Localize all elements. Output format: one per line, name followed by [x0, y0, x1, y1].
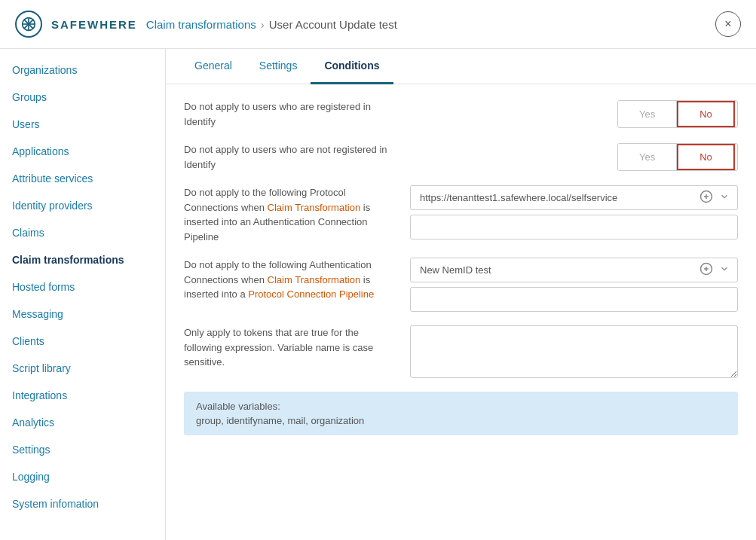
textarea-container-5: [410, 325, 738, 378]
condition-label-1: Do not apply to users who are registered…: [184, 99, 395, 129]
yes-no-1: Yes No: [617, 100, 738, 128]
dropdown-row-4[interactable]: New NemID test: [410, 258, 738, 282]
no-button-2[interactable]: No: [677, 144, 735, 170]
dropdown-container-3: https://tenanttest1.safewhere.local/self…: [410, 185, 738, 239]
dropdown-value-3: https://tenanttest1.safewhere.local/self…: [411, 186, 696, 209]
condition-row-2: Do not apply to users who are not regist…: [184, 142, 738, 172]
yes-button-2[interactable]: Yes: [618, 144, 677, 170]
logo-icon: [15, 11, 42, 38]
available-variables-label: Available variables:: [196, 401, 726, 412]
condition-row-5: Only apply to tokens that are true for t…: [184, 325, 738, 378]
tab-settings[interactable]: Settings: [246, 49, 311, 84]
dropdown-container-4: New NemID test: [410, 258, 738, 312]
tab-conditions[interactable]: Conditions: [311, 49, 393, 84]
available-variables: Available variables: group, identifyname…: [184, 392, 738, 435]
text-input-4[interactable]: [410, 287, 738, 312]
header: SAFEWHERE Claim transformations › User A…: [0, 0, 756, 49]
main-content: GeneralSettingsConditions Do not apply t…: [166, 49, 756, 540]
available-variables-values: group, identifyname, mail, organization: [196, 415, 726, 426]
sidebar-item-attribute-services[interactable]: Attribute services: [0, 165, 165, 192]
sidebar-item-logging[interactable]: Logging: [0, 463, 165, 490]
condition-row-3: Do not apply to the following Protocol C…: [184, 185, 738, 244]
dropdown-row-3[interactable]: https://tenanttest1.safewhere.local/self…: [410, 185, 738, 210]
sidebar-item-hosted-forms[interactable]: Hosted forms: [0, 273, 165, 301]
dropdown-icons-3: [696, 187, 737, 209]
logo-text: SAFEWHERE: [51, 18, 137, 31]
dropdown-value-4: New NemID test: [411, 258, 696, 282]
expression-textarea[interactable]: [410, 325, 738, 378]
condition-label-3: Do not apply to the following Protocol C…: [184, 185, 395, 244]
sidebar-item-groups[interactable]: Groups: [0, 84, 165, 111]
condition-label-5: Only apply to tokens that are true for t…: [184, 325, 395, 370]
sidebar-item-users[interactable]: Users: [0, 111, 165, 138]
tab-general[interactable]: General: [181, 49, 246, 84]
sidebar-item-claims[interactable]: Claims: [0, 219, 165, 246]
condition-label-2: Do not apply to users who are not regist…: [184, 142, 395, 172]
sidebar-item-applications[interactable]: Applications: [0, 138, 165, 165]
add-icon-3[interactable]: [696, 187, 716, 209]
yes-button-1[interactable]: Yes: [618, 101, 677, 127]
breadcrumb-link[interactable]: Claim transformations: [146, 18, 256, 31]
tabs: GeneralSettingsConditions: [166, 49, 756, 84]
sidebar-item-settings[interactable]: Settings: [0, 436, 165, 463]
chevron-icon-4[interactable]: [716, 261, 733, 280]
sidebar-item-clients[interactable]: Clients: [0, 328, 165, 355]
sidebar: OrganizationsGroupsUsersApplicationsAttr…: [0, 49, 166, 540]
header-left: SAFEWHERE Claim transformations › User A…: [15, 11, 397, 38]
breadcrumb-separator: ›: [261, 18, 265, 31]
add-icon-4[interactable]: [696, 259, 716, 282]
sidebar-item-integrations[interactable]: Integrations: [0, 382, 165, 409]
chevron-icon-3[interactable]: [716, 188, 733, 208]
sidebar-item-organizations[interactable]: Organizations: [0, 56, 165, 84]
sidebar-item-script-library[interactable]: Script library: [0, 355, 165, 382]
sidebar-item-analytics[interactable]: Analytics: [0, 409, 165, 436]
condition-row-4: Do not apply to the following Authentica…: [184, 258, 738, 312]
sidebar-item-messaging[interactable]: Messaging: [0, 301, 165, 328]
layout: OrganizationsGroupsUsersApplicationsAttr…: [0, 49, 756, 540]
dropdown-icons-4: [696, 259, 737, 282]
sidebar-item-identity-providers[interactable]: Identity providers: [0, 192, 165, 219]
content-area: Do not apply to users who are registered…: [166, 84, 756, 450]
text-input-3[interactable]: [410, 215, 738, 239]
breadcrumb: Claim transformations › User Account Upd…: [146, 18, 397, 31]
close-button[interactable]: ×: [715, 11, 741, 37]
no-button-1[interactable]: No: [677, 101, 735, 127]
yes-no-2: Yes No: [617, 143, 738, 171]
sidebar-item-system-information[interactable]: System infomation: [0, 490, 165, 517]
breadcrumb-current: User Account Update test: [269, 18, 397, 31]
condition-row-1: Do not apply to users who are registered…: [184, 99, 738, 129]
close-icon: ×: [724, 17, 731, 31]
sidebar-item-claim-transformations[interactable]: Claim transformations: [0, 246, 165, 273]
condition-label-4: Do not apply to the following Authentica…: [184, 258, 395, 302]
